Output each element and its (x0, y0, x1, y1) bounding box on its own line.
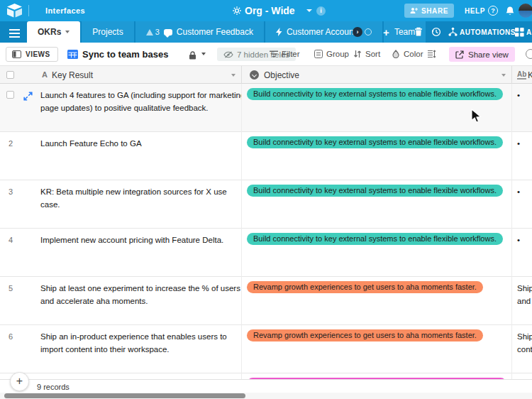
chevron-down-icon (65, 31, 70, 33)
objective-pill: Build connectivity to key external syste… (247, 233, 503, 245)
row-height-button[interactable] (427, 50, 436, 58)
apps-icon[interactable] (515, 27, 524, 40)
scroll-tabs-badge[interactable]: › (353, 27, 362, 37)
paint-icon (392, 50, 400, 58)
row-number: 4 (0, 236, 21, 244)
view-name[interactable]: Sync to team bases (82, 49, 168, 60)
chevron-down-icon[interactable] (231, 74, 235, 77)
row-checkbox[interactable] (6, 91, 14, 99)
chevron-down-icon[interactable] (306, 9, 312, 12)
key-result-cell[interactable]: 6 Ship an in-product experience that ena… (0, 325, 242, 373)
divider (28, 5, 29, 16)
table-row[interactable]: 5 Ship at least one experiment to increa… (0, 277, 532, 325)
chevron-down-icon[interactable] (501, 74, 506, 77)
bell-icon[interactable] (505, 6, 515, 19)
objective-cell[interactable]: Revamp growth experiences to get users t… (242, 325, 512, 373)
key-result-cell[interactable]: 2 Launch Feature Echo to GA (0, 132, 242, 180)
views-button[interactable]: VIEWS (6, 47, 58, 62)
eye-slash-icon (223, 51, 233, 58)
help-button[interactable]: HELP (465, 7, 485, 15)
tab-customer-accounts[interactable]: Customer Accounts (265, 21, 382, 43)
detail-cell[interactable]: • (512, 229, 532, 277)
table-row[interactable]: Launch 4 features to GA (including suppo… (0, 84, 532, 132)
warning-count: 3 (155, 28, 160, 36)
column-header-objective[interactable]: Objective (242, 66, 512, 84)
objective-pill: Build connectivity to key external syste… (247, 88, 503, 100)
tab-label: Team (394, 27, 415, 37)
key-result-cell[interactable]: 5 Ship at least one experiment to increa… (0, 277, 242, 325)
views-button-label: VIEWS (26, 50, 50, 58)
base-title[interactable]: Org - Wide (245, 5, 295, 16)
detail-cell[interactable]: Ship at least one experiment to increase… (512, 277, 532, 325)
filter-button[interactable]: Filter (270, 50, 300, 58)
apps-label[interactable]: APPS (526, 28, 532, 36)
column-header-partial[interactable]: Ab K (512, 66, 532, 84)
menu-icon[interactable] (9, 28, 20, 40)
objective-cell[interactable]: Revamp growth experiences to get users t… (242, 277, 512, 325)
airtable-logo-icon[interactable] (6, 3, 23, 21)
scrollbar-thumb[interactable] (4, 393, 245, 398)
tab-projects[interactable]: Projects (82, 21, 133, 43)
top-bar: Interfaces Org - Wide i SHARE HELP ? (0, 0, 532, 21)
table-row[interactable]: 4 Implement new account pricing with Fea… (0, 229, 532, 277)
filter-label: Filter (282, 50, 300, 58)
key-result-cell[interactable]: 3 KR: Beta multiple new integration sour… (0, 180, 242, 229)
objective-cell[interactable]: Build connectivity to key external syste… (242, 132, 512, 180)
add-record-button[interactable]: + (10, 372, 29, 391)
share-button[interactable]: SHARE (404, 4, 454, 18)
detail-cell[interactable]: • (512, 180, 532, 229)
share-view-button[interactable]: Share view (449, 47, 515, 62)
color-button[interactable]: Color (392, 50, 423, 58)
group-label: Group (326, 50, 349, 58)
airtable-app: Interfaces Org - Wide i SHARE HELP ? (0, 0, 532, 399)
detail-cell[interactable]: Ship an in-product experience that enabl… (512, 325, 532, 373)
detail-cell[interactable]: • (512, 84, 532, 132)
tab-okrs[interactable]: OKRs (27, 21, 80, 43)
sort-label: Sort (365, 50, 380, 58)
objective-cell[interactable]: Build connectivity to key external syste… (242, 180, 512, 229)
tab-label: Customer Feedback (177, 27, 253, 37)
table-row[interactable]: 2 Launch Feature Echo to GA Build connec… (0, 132, 532, 180)
table-row[interactable]: 6 Ship an in-product experience that ena… (0, 325, 532, 373)
key-result-cell[interactable]: 4 Implement new account pricing with Fea… (0, 229, 242, 277)
automations-label[interactable]: AUTOMATIONS (460, 28, 516, 36)
group-button[interactable]: Group (314, 50, 349, 58)
row-number: 6 (0, 332, 21, 341)
sort-button[interactable]: Sort (353, 50, 380, 58)
question-icon[interactable]: ? (488, 6, 498, 16)
column-header-key-result[interactable]: A Key Result (0, 66, 242, 84)
add-table-button[interactable]: + (383, 26, 389, 38)
select-all-checkbox[interactable] (6, 71, 14, 79)
lock-icon (189, 50, 196, 62)
automations-icon[interactable] (448, 27, 458, 40)
objective-pill: Build connectivity to key external syste… (247, 136, 503, 148)
share-button-label: SHARE (421, 7, 448, 15)
interfaces-label[interactable]: Interfaces (45, 6, 85, 15)
horizontal-scrollbar[interactable] (0, 393, 532, 399)
key-result-text: Ship at least one experiment to increase… (40, 283, 242, 308)
select-field-icon (250, 70, 259, 80)
tab-customer-feedback[interactable]: 3 Customer Feedback (135, 21, 264, 43)
detail-cell[interactable]: • (512, 132, 532, 180)
trash-icon[interactable] (414, 27, 423, 40)
objective-cell[interactable]: Build connectivity to key external syste… (242, 229, 512, 277)
column-name: Key Result (52, 70, 93, 80)
tab-label: OKRs (38, 27, 61, 37)
person-plus-icon (410, 7, 418, 14)
search-icon[interactable] (526, 49, 532, 59)
info-icon[interactable]: i (316, 6, 326, 16)
table-row[interactable]: 3 KR: Beta multiple new integration sour… (0, 180, 532, 229)
sidebar-icon (12, 50, 21, 58)
history-icon[interactable] (431, 27, 441, 40)
table-tabs: OKRs Projects 3 Customer Feedback Custom… (27, 21, 427, 43)
user-avatar[interactable] (519, 4, 532, 18)
detail-text: Ship an in-product experience that enabl… (517, 331, 532, 356)
key-result-cell[interactable]: Launch 4 features to GA (including suppo… (0, 84, 242, 132)
mouse-cursor (471, 109, 482, 126)
view-toolbar: VIEWS Sync to team bases 7 hidden fields… (0, 43, 532, 66)
group-icon (314, 50, 323, 58)
detail-text: • (517, 89, 532, 102)
key-result-text: Ship an in-product experience that enabl… (40, 331, 242, 356)
expand-record-icon[interactable] (23, 91, 33, 104)
chevron-down-icon[interactable] (201, 53, 206, 55)
